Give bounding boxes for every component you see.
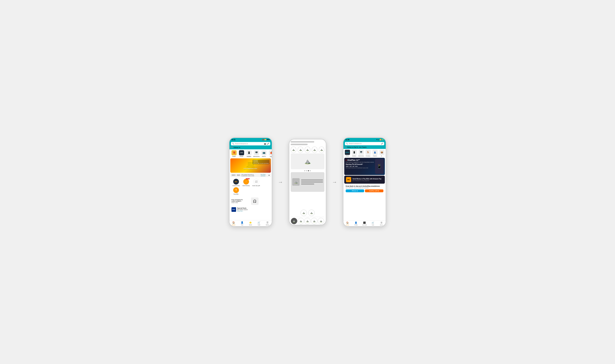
p1-cart-icon: 🛒 xyxy=(258,221,260,224)
p1-offer-bar[interactable]: HDFC Bank 10% Instant Discount on Credit… xyxy=(230,173,271,177)
p1-mute-icon: 🔕 xyxy=(262,139,264,140)
p1-send-money-label: Send Money xyxy=(242,185,250,186)
p3-nav-menu[interactable]: ☰ Menu xyxy=(377,221,386,226)
arrow-2: → xyxy=(332,179,337,185)
p2-icons-row: ⛰️ ⛰️ ⛰️ ⛰️ ⛰️ xyxy=(291,147,324,153)
p1-banner-subtitle: Extra Happiness Days xyxy=(244,168,257,169)
p1-ks-products: 🎧 xyxy=(251,197,270,205)
p1-ks-title: Keep shopping forAudio headpho...Deals I… xyxy=(232,199,250,203)
p1-pay-bills[interactable]: ₹ Pay Bills xyxy=(232,187,241,195)
p3-oneplus-banner[interactable]: + OnePlus 115G Final chance to upgrade t… xyxy=(344,158,385,175)
p3-cat-mobiles[interactable]: 📱 Mobiles xyxy=(351,150,358,157)
p3-iphone-badge[interactable]: iPhone 13 xyxy=(346,189,364,192)
p1-you-label: You xyxy=(241,224,243,226)
p1-categories-row: 🎁 Deals JOIN Prime 📱 Mobiles 🖥️ Electron… xyxy=(230,149,272,158)
arrow-1: → xyxy=(278,179,283,185)
p1-cat-deals[interactable]: 🎁 Deals xyxy=(230,150,238,157)
p3-cat-fashion[interactable]: 👗 Fashion xyxy=(372,150,379,157)
p1-search-box[interactable]: 🔍 Search Amazon.in 📷 🎤 xyxy=(231,142,270,145)
p1-nav-you[interactable]: 👤 You xyxy=(238,221,246,226)
p2-card-image: ⛰️ xyxy=(292,178,300,186)
p3-bank-axis: Axis xyxy=(349,166,352,167)
p3-cat-prime[interactable]: prime Prime xyxy=(344,150,351,157)
p2-icon-5: ⛰️ xyxy=(319,147,324,153)
p3-nav-cart[interactable]: 🛒 Cart xyxy=(369,221,377,226)
p3-oneplus-badge[interactable]: OnePlus 11R 5G xyxy=(365,189,383,192)
p1-keep-shopping[interactable]: Keep shopping forAudio headpho...Deals I… xyxy=(230,196,271,206)
p3-home-label: Home xyxy=(346,224,349,226)
p1-camera-icon[interactable]: 📷 xyxy=(264,143,266,145)
p1-cat-electronics[interactable]: 🖥️ Electronics xyxy=(253,150,260,157)
p1-battery-icon: 40% xyxy=(267,139,270,140)
p3-fashion-label: Fashion xyxy=(373,155,377,157)
p1-cashback-text: Flat ₹100 cashback xyxy=(260,174,268,176)
p1-cat-mobiles[interactable]: 📱 Mobiles xyxy=(245,150,253,157)
p1-pay-section: pay Amazon Pay ↑ ₹1000 Send Money ⬜ Scan… xyxy=(230,178,271,196)
p2-nav-2[interactable]: ⛰️ xyxy=(297,218,304,224)
p3-cat-other[interactable]: 📦 B... xyxy=(379,150,385,157)
p2-dot-1 xyxy=(304,170,305,171)
p2-card: ⛰️ xyxy=(291,172,324,192)
p3-cart-icon: 🛒 xyxy=(372,221,374,224)
p1-you-icon: 👤 xyxy=(241,221,244,224)
p3-bottom-nav: 🏠 Home 👤 Profile ⬛ Scan QR 🛒 Cart ☰ xyxy=(343,221,386,226)
p1-deliver-bar[interactable]: 📍 Deliver to xyxy=(230,147,272,149)
p3-deals-sub: Up to 40% off + Up to 6 months No Cost E… xyxy=(346,187,383,189)
p3-bank-sbi: SBI xyxy=(352,166,355,167)
p3-categories: prime Prime 📱 Mobiles 🖥️ Electronics 🪑 F… xyxy=(343,149,386,157)
p2-card-line-2 xyxy=(301,181,323,183)
p2-nav-4[interactable]: ⛰️ xyxy=(311,218,318,224)
p1-bank-badge1: HDFC xyxy=(232,174,236,176)
p3-home-icon: 🏠 xyxy=(346,221,349,224)
p2-icon-3: ⛰️ xyxy=(305,147,310,153)
p3-cart-label: Cart xyxy=(372,224,374,226)
p1-time: 10:21 xyxy=(232,139,235,141)
p1-nav-home[interactable]: 🏠 Home xyxy=(230,221,238,226)
p1-scan-qr[interactable]: ⬜ Scan any QR xyxy=(252,179,261,186)
p1-more-label: More xyxy=(249,224,252,226)
p2-icon-2: ⛰️ xyxy=(298,147,303,153)
p2-nav-3[interactable]: ⛰️ xyxy=(304,218,311,224)
p3-phone-image: 📱 xyxy=(375,159,384,174)
p1-send-money[interactable]: ↑ ₹1000 Send Money xyxy=(242,179,251,186)
p3-mic-icon[interactable]: 🎤 xyxy=(381,143,383,144)
p2-card-line-3 xyxy=(301,183,314,185)
p3-menu-label: Menu xyxy=(380,224,383,226)
p1-cat-apple[interactable]: 🍎 Apple xyxy=(268,150,272,157)
p1-nav-more[interactable]: ⭐ More xyxy=(246,221,255,226)
p1-deliver-text: Deliver to xyxy=(234,147,240,148)
p1-amazon-pay[interactable]: pay Amazon Pay xyxy=(232,179,241,186)
p3-location-icon: 📍 xyxy=(345,146,347,148)
p3-pay-section[interactable]: pay Send Money or Pay Bills with Amazon … xyxy=(344,176,385,184)
p2-nav-circle-2: ⛰️ xyxy=(298,218,304,224)
p3-cat-electronics[interactable]: 🖥️ Electronics xyxy=(358,150,365,157)
p3-phones-row: iPhone 13 OnePlus 11R 5G xyxy=(346,189,383,192)
p3-search-box[interactable]: 🔍 Search amazon.in 🎤 xyxy=(345,142,384,145)
p3-deliver-bar[interactable]: 📍 Deliver to Flat 01, Icon Towers xyxy=(343,146,386,149)
p3-cat-furniture[interactable]: 🪑 Furniture xyxy=(365,150,372,157)
p1-festival-banner[interactable]: GREATINDIANFESTIVAL Extra Happiness Days… xyxy=(230,158,271,173)
p1-nav-menu[interactable]: ☰ Menu xyxy=(263,221,272,226)
p3-time: 12:30 xyxy=(345,139,349,141)
p1-status-bar: 10:21 🔕 📶 40% xyxy=(230,138,272,141)
p1-offer-text: 10% Instant Discount on Credit/Debit Car… xyxy=(241,174,260,176)
p2-bottom-nav: ⛰️ ⛰️ ⛰️ ⛰️ ⛰️ xyxy=(291,217,324,225)
p2-nav-1[interactable]: ⛰️ xyxy=(291,218,298,224)
p1-cat-prime[interactable]: JOIN Prime xyxy=(238,150,245,157)
p1-search-area: 🔍 Search Amazon.in 📷 🎤 xyxy=(230,141,272,147)
p2-dot-4 xyxy=(310,170,311,171)
p1-location-icon: 📍 xyxy=(231,147,233,148)
p1-play-icon[interactable]: ▶ xyxy=(269,174,270,176)
p2-nav-5[interactable]: ⛰️ xyxy=(318,218,324,224)
p2-bar-2 xyxy=(291,144,308,145)
p1-shop-link[interactable]: Shop Now › xyxy=(237,210,248,212)
p3-nav-home[interactable]: 🏠 Home xyxy=(343,221,352,226)
p1-cart-label: Cart xyxy=(258,224,260,226)
p1-mic-icon[interactable]: 🎤 xyxy=(267,143,269,145)
p1-cat-minitv[interactable]: 📺 miniTV xyxy=(260,150,268,157)
p3-search-placeholder: Search amazon.in xyxy=(349,143,380,144)
p1-nav-cart[interactable]: 🛒 Cart xyxy=(255,221,263,226)
p3-nav-scanqr[interactable]: ⬛ Scan QR xyxy=(360,221,369,226)
p3-nav-profile[interactable]: 👤 Profile xyxy=(352,221,360,226)
p1-special-deals[interactable]: P&G Special Deals this festive season Sh… xyxy=(230,206,271,213)
